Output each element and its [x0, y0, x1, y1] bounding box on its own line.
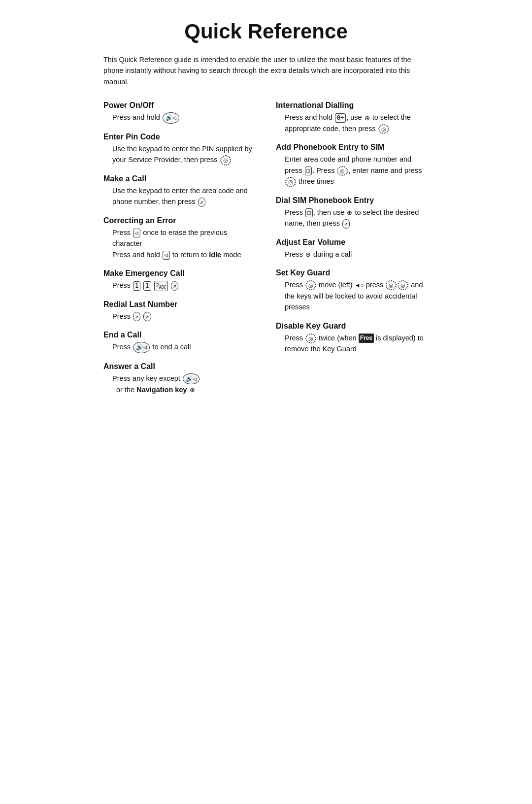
section-title-redial: Redial Last Number	[103, 300, 256, 309]
section-international: International Dialling Press and hold 0+…	[276, 101, 429, 134]
call-key: ↗	[198, 198, 205, 207]
section-title-end-call: End a Call	[103, 331, 256, 339]
key-1b: 1	[143, 281, 151, 291]
ok-key-guard-1: ◎	[305, 280, 316, 290]
ok-key-phonebook-1: ◎	[337, 166, 348, 176]
left-arrow-icon: ◄○	[355, 282, 364, 289]
nav-key-volume: ⊕	[305, 250, 311, 260]
end-key: 🔊◁	[163, 112, 179, 124]
section-body-international: Press and hold 0+, use ⊕ to select the a…	[276, 112, 429, 134]
section-title-pin: Enter Pin Code	[103, 133, 256, 141]
ok-key-guard-2: ◎	[386, 280, 397, 290]
call-key-redial-1: ↗	[133, 312, 140, 321]
ok-key-phonebook-2: ◎	[285, 177, 296, 187]
section-title-volume: Adjust Ear Volume	[276, 238, 429, 247]
section-title-power: Power On/Off	[103, 101, 256, 110]
section-enter-pin: Enter Pin Code Use the keypad to enter t…	[103, 133, 256, 166]
key-1a: 1	[133, 281, 140, 291]
left-column: Power On/Off Press and hold 🔊◁ Enter Pin…	[103, 101, 256, 404]
section-end-call: End a Call Press 🔊◁ to end a call	[103, 331, 256, 353]
section-ear-volume: Adjust Ear Volume Press ⊕ during a call	[276, 238, 429, 260]
section-disable-key-guard: Disable Key Guard Press ◎ twice (when Fr…	[276, 322, 429, 355]
call-key-sim: ↗	[342, 219, 350, 229]
section-body-key-guard: Press ◎ move (left) ◄○ press ◎◎ and the …	[276, 279, 429, 312]
section-body-emergency: Press 1 1 2ABC ↗	[103, 280, 256, 291]
section-make-call: Make a Call Use the keypad to enter the …	[103, 174, 256, 207]
section-title-make-call: Make a Call	[103, 174, 256, 183]
nav-key-sim: ⊕	[347, 208, 352, 218]
page-title: Quick Reference	[103, 20, 429, 43]
section-redial: Redial Last Number Press ↗ ↗	[103, 300, 256, 322]
section-dial-sim: Dial SIM Phonebook Entry Press □, then u…	[276, 196, 429, 229]
section-set-key-guard: Set Key Guard Press ◎ move (left) ◄○ pre…	[276, 268, 429, 312]
section-body-make-call: Use the keypad to enter the area code an…	[103, 185, 256, 207]
ok-key-disable: ◎	[305, 334, 316, 343]
section-body-pin: Use the keypad to enter the PIN supplied…	[103, 143, 256, 166]
section-emergency-call: Make Emergency Call Press 1 1 2ABC ↗	[103, 269, 256, 291]
call-key-redial-2: ↗	[143, 312, 151, 321]
nav-key-intl: ⊕	[365, 113, 370, 123]
menu-key-phonebook: □	[305, 167, 312, 175]
section-body-dial-sim: Press □, then use ⊕ to select the desire…	[276, 207, 429, 229]
section-body-phonebook: Enter area code and phone number and pre…	[276, 154, 429, 187]
right-column: International Dialling Press and hold 0+…	[276, 101, 429, 404]
clr-key-1: ◁	[133, 229, 140, 238]
ok-key-pin: ◎	[220, 155, 231, 165]
section-title-key-guard: Set Key Guard	[276, 268, 429, 277]
key-2abc: 2ABC	[154, 281, 168, 291]
section-title-dial-sim: Dial SIM Phonebook Entry	[276, 196, 429, 205]
section-body-end-call: Press 🔊◁ to end a call	[103, 341, 256, 353]
section-title-disable-guard: Disable Key Guard	[276, 322, 429, 331]
section-body-correcting: Press ◁ once to erase the previous chara…	[103, 227, 256, 260]
menu-key-sim: □	[305, 208, 313, 217]
end-key-answer: 🔊◁	[183, 373, 200, 385]
section-title-correcting: Correcting an Error	[103, 216, 256, 225]
section-answer-call: Answer a Call Press any key except 🔊◁ or…	[103, 362, 256, 396]
call-key-emergency: ↗	[171, 281, 178, 291]
ok-key-guard-3: ◎	[398, 280, 408, 290]
ok-key-intl: ◎	[378, 124, 389, 134]
section-title-international: International Dialling	[276, 101, 429, 110]
clr-key-2: ◁	[163, 251, 170, 260]
section-body-answer: Press any key except 🔊◁ or the Navigatio…	[103, 373, 256, 396]
section-body-disable-guard: Press ◎ twice (when Free is displayed) t…	[276, 333, 429, 355]
zero-plus-key: 0+	[335, 113, 346, 123]
section-title-answer: Answer a Call	[103, 362, 256, 371]
section-body-redial: Press ↗ ↗	[103, 311, 256, 322]
main-columns: Power On/Off Press and hold 🔊◁ Enter Pin…	[103, 101, 429, 404]
section-add-phonebook: Add Phonebook Entry to SIM Enter area co…	[276, 143, 429, 187]
free-badge: Free	[359, 334, 374, 343]
intro-text: This Quick Reference guide is intended t…	[103, 54, 429, 87]
nav-key-answer: ⊕	[190, 385, 195, 395]
section-title-emergency: Make Emergency Call	[103, 269, 256, 278]
section-title-phonebook: Add Phonebook Entry to SIM	[276, 143, 429, 152]
end-key-end-call: 🔊◁	[133, 342, 150, 353]
section-body-power: Press and hold 🔊◁	[103, 112, 256, 124]
section-body-volume: Press ⊕ during a call	[276, 249, 429, 260]
section-power-on-off: Power On/Off Press and hold 🔊◁	[103, 101, 256, 124]
section-correcting-error: Correcting an Error Press ◁ once to eras…	[103, 216, 256, 260]
